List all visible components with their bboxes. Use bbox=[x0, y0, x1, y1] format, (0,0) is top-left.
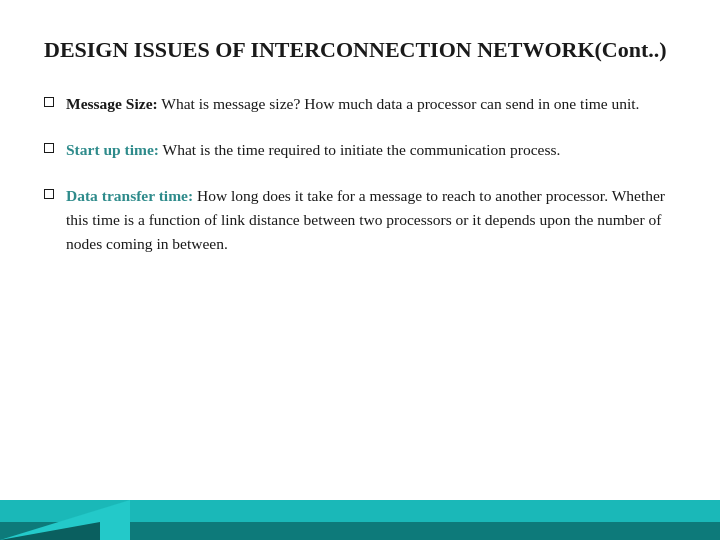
bullet-text-3: Data transfer time: How long does it tak… bbox=[66, 184, 676, 256]
term-start-up-time: Start up time: bbox=[66, 141, 159, 158]
bottom-bar bbox=[0, 488, 720, 540]
bullet-body-2: What is the time required to initiate th… bbox=[163, 141, 561, 158]
bullet-list: Message Size: What is message size? How … bbox=[44, 92, 676, 256]
list-item: Message Size: What is message size? How … bbox=[44, 92, 676, 116]
bullet-icon bbox=[44, 189, 54, 199]
term-data-transfer-time: Data transfer time: bbox=[66, 187, 193, 204]
bar-triangle-dark bbox=[0, 522, 100, 540]
bullet-icon bbox=[44, 97, 54, 107]
bullet-text-1: Message Size: What is message size? How … bbox=[66, 92, 676, 116]
bullet-icon bbox=[44, 143, 54, 153]
bullet-body-1: What is message size? How much data a pr… bbox=[161, 95, 639, 112]
slide-title: DESIGN ISSUES OF INTERCONNECTION NETWORK… bbox=[44, 36, 676, 64]
title-text: DESIGN ISSUES OF INTERCONNECTION NETWORK… bbox=[44, 37, 667, 62]
slide: DESIGN ISSUES OF INTERCONNECTION NETWORK… bbox=[0, 0, 720, 540]
list-item: Data transfer time: How long does it tak… bbox=[44, 184, 676, 256]
list-item: Start up time: What is the time required… bbox=[44, 138, 676, 162]
bullet-text-2: Start up time: What is the time required… bbox=[66, 138, 676, 162]
term-message-size: Message Size: bbox=[66, 95, 158, 112]
